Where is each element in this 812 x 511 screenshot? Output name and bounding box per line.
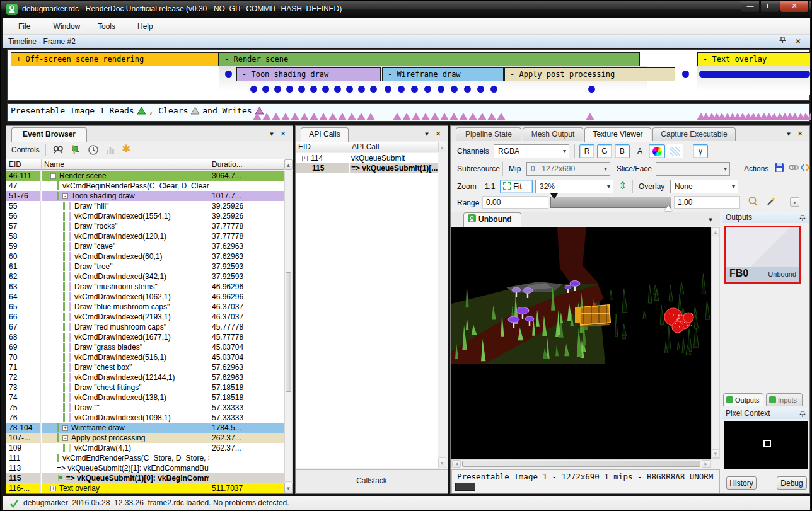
event-row[interactable]: 109vkCmdDraw(4,1)262.37... (6, 443, 284, 453)
dock-menu-icon[interactable]: ▾ (267, 129, 276, 138)
write-usage-triangle[interactable] (253, 113, 262, 120)
draw-event-dot[interactable] (250, 86, 257, 93)
flip-y-icon[interactable]: ⇕ (618, 180, 631, 192)
write-usage-triangle[interactable] (440, 113, 449, 120)
draw-event-dot[interactable] (398, 86, 405, 93)
draw-event-dot[interactable] (310, 86, 317, 93)
zoom-select[interactable]: 32% (535, 180, 613, 193)
range-max-field[interactable]: 1.00 (674, 196, 740, 209)
column-api-call[interactable]: API Call (349, 142, 438, 152)
write-usage-triangle[interactable] (347, 113, 356, 120)
tab-outputs[interactable]: Outputs (723, 393, 763, 406)
event-row[interactable]: 74vkCmdDrawIndexed(138,1)57.18518 (6, 393, 284, 403)
draw-event-dot[interactable] (385, 86, 392, 93)
draw-event-dot[interactable] (225, 71, 232, 78)
range-black-handle-icon[interactable] (550, 193, 558, 199)
event-row[interactable]: 71Draw "chest box"57.62963 (6, 362, 284, 372)
draw-event-dot[interactable] (438, 86, 444, 93)
scroll-up-icon[interactable]: ▲ (284, 159, 293, 170)
write-usage-triangle[interactable] (487, 113, 496, 120)
scroll-up-icon[interactable]: ▲ (438, 142, 446, 152)
event-row[interactable]: 56vkCmdDrawIndexed(1554,1)39.25926 (6, 211, 284, 221)
event-row[interactable]: 107-...-Apply post processing262.37... (6, 433, 284, 443)
save-icon[interactable] (774, 162, 786, 175)
write-usage-triangle[interactable] (291, 113, 299, 120)
dock-close-icon[interactable]: ✕ (279, 129, 287, 138)
collapse-icon[interactable]: - (62, 435, 68, 441)
write-usage-triangle[interactable] (459, 113, 468, 120)
menu-tools[interactable]: Tools (91, 18, 122, 35)
event-row[interactable]: 57Draw "rocks"37.77778 (6, 221, 284, 231)
event-row[interactable]: 73Draw "chest fittings"57.18518 (6, 382, 284, 393)
tab-pipeline-state[interactable]: Pipeline State (456, 127, 521, 141)
event-row[interactable]: 67Draw "red mushroom caps"45.77778 (6, 322, 284, 332)
event-row[interactable]: 113=> vkQueueSubmit(2)[1]: vkEndCommandB… (6, 463, 284, 473)
draw-event-dot[interactable] (477, 86, 484, 93)
write-usage-triangle[interactable] (497, 113, 506, 120)
write-usage-triangle[interactable] (431, 113, 439, 120)
expand-icon[interactable]: + (302, 156, 308, 161)
expand-icon[interactable]: + (50, 486, 56, 491)
write-usage-triangle[interactable] (310, 113, 318, 120)
event-row[interactable]: 59Draw "cave"37.62963 (6, 241, 284, 251)
fit-button[interactable]: Fit (500, 180, 533, 193)
api-call-row[interactable]: +114vkQueueSubmit (296, 153, 438, 163)
tab-mesh-output[interactable]: Mesh Output (523, 127, 583, 141)
gamma-button[interactable]: γ (693, 144, 708, 158)
write-usage-triangle[interactable] (478, 113, 487, 120)
callstack-section[interactable]: Callstack (296, 469, 448, 493)
write-usage-triangle[interactable] (357, 113, 366, 120)
title-bar[interactable]: debugmarker.rdc - RenderDoc Unofficial r… (1, 1, 812, 18)
event-row[interactable]: 65Draw "blue mushroom caps"46.37037 (6, 302, 284, 312)
output-fb0-thumbnail[interactable]: FB0 Unbound (724, 226, 801, 284)
write-usage-triangle[interactable] (393, 113, 402, 120)
dock-menu-icon[interactable]: ▾ (422, 129, 431, 138)
event-row[interactable]: 47vkCmdBeginRenderPass(C=Clear, D=Clear,… (6, 181, 284, 191)
sliceface-select[interactable] (656, 162, 730, 176)
draw-event-dot[interactable] (322, 86, 329, 93)
image-hscrollbar[interactable]: ◄ ► (451, 459, 711, 468)
event-browser-scrollbar[interactable] (284, 171, 293, 482)
scroll-down-icon[interactable]: ▼ (284, 483, 293, 493)
draw-event-dot[interactable] (682, 71, 689, 78)
draw-event-dot[interactable] (262, 86, 269, 93)
texture-image[interactable] (451, 227, 711, 459)
preview-tab-menu-icon[interactable]: ▾ (706, 215, 715, 224)
timeline-marker[interactable]: - Render scene (219, 52, 640, 66)
timeline-marker[interactable]: - Wireframe draw (382, 67, 504, 81)
mip-select[interactable]: 0 - 1272x690 (526, 162, 610, 176)
write-usage-triangle[interactable] (366, 113, 375, 120)
event-row[interactable]: 69Draw "grass blades"45.03704 (6, 342, 284, 352)
event-row[interactable]: 58vkCmdDrawIndexed(120,1)37.77778 (6, 231, 284, 241)
range-white-handle-icon[interactable] (664, 205, 672, 211)
overlay-select[interactable]: None (670, 180, 738, 193)
scrollbar-thumb[interactable] (462, 461, 700, 467)
draw-event-dot[interactable] (370, 86, 377, 93)
code-icon[interactable] (799, 162, 812, 175)
draw-event-dot[interactable] (298, 86, 305, 93)
event-row[interactable]: 63Draw "mushroom stems"46.96296 (6, 282, 284, 292)
event-row[interactable]: 111vkCmdEndRenderPass(C=Store, D=Store, … (6, 453, 284, 463)
dock-close-icon[interactable]: ✕ (434, 129, 443, 138)
write-usage-triangle[interactable] (319, 113, 328, 120)
minimize-button[interactable]: — (741, 1, 760, 13)
debug-button[interactable]: Debug (777, 476, 807, 490)
draw-event-dot[interactable] (451, 86, 458, 93)
write-usage-triangle[interactable] (272, 113, 281, 120)
write-usage-triangle[interactable] (586, 113, 594, 120)
event-row[interactable]: 64vkCmdDrawIndexed(1062,1)46.96296 (6, 292, 284, 302)
write-usage-triangle[interactable] (421, 113, 430, 120)
event-row[interactable]: 68vkCmdDrawIndexed(1677,1)45.77778 (6, 332, 284, 342)
timeline-close-icon[interactable]: ✕ (795, 35, 801, 49)
menu-file[interactable]: File (12, 18, 37, 35)
column-duration[interactable]: Duratio... (209, 159, 284, 170)
timeline-marker[interactable]: - Apply post processing (504, 67, 675, 81)
tab-event-browser[interactable]: Event Browser (11, 127, 87, 142)
timeline-marker[interactable]: + Off-screen scene rendering (11, 52, 219, 66)
write-usage-triangle[interactable] (281, 113, 290, 120)
scroll-down-icon[interactable]: ▼ (712, 449, 719, 458)
write-usage-triangle[interactable] (300, 113, 309, 120)
range-options-icon[interactable]: ▾ (790, 197, 799, 207)
expand-icon[interactable]: + (62, 425, 68, 431)
timeline-pin-icon[interactable] (779, 35, 786, 49)
